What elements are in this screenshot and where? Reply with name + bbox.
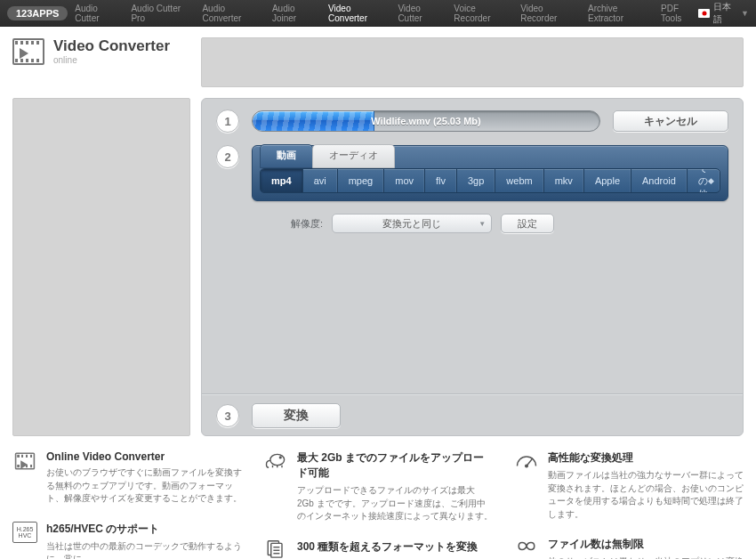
ad-sidebar	[12, 98, 190, 436]
feature-300formats: 300 種類を超えるフォーマットを変換 本アプリは 300 種類を超える動画フォ…	[263, 539, 493, 560]
chevron-down-icon: ▼	[479, 220, 486, 228]
format-box: 動画 オーディオ mp4avimpegmovflv3gpwebmmkvApple…	[252, 145, 728, 201]
feature-unlimited: ファイル数は無制限 他のサービスとは異なり、当社のアプリには変換できるフ	[514, 537, 744, 559]
film-icon	[15, 452, 35, 469]
nav-link-pdf-tools[interactable]: PDF Tools	[661, 4, 698, 23]
feature-hvec: H.265 HVC h265/HVEC のサポート 当社は世の中の最新のコーデッ…	[12, 522, 242, 560]
format-3gp[interactable]: 3gp	[457, 169, 495, 192]
feature-title: Online Video Converter	[46, 450, 242, 463]
feature-2gb: 最大 2Gb までのファイルをアップロード可能 アップロードできるファイルのサイ…	[263, 450, 493, 523]
format-webm[interactable]: webm	[495, 169, 543, 192]
feature-desc: 動画ファイルは当社の強力なサーバー群によって変換されます。ほとんどの場合、お使い…	[548, 469, 744, 521]
format-apple[interactable]: Apple	[584, 169, 631, 192]
nav-link-video-converter[interactable]: Video Converter	[328, 4, 387, 23]
app-title-block: Video Converter online	[12, 37, 190, 65]
format-mp4[interactable]: mp4	[261, 169, 303, 192]
feature-performance: 高性能な変換処理 動画ファイルは当社の強力なサーバー群によって変換されます。ほと…	[514, 450, 744, 521]
chevron-down-icon: ▼	[741, 9, 749, 18]
nav-link-audio-converter[interactable]: Audio Converter	[202, 4, 261, 23]
convert-button[interactable]: 変換	[252, 403, 341, 428]
feature-desc: お使いのブラウザですぐに動画ファイルを変換する無料のウェブアプリです。動画のフォ…	[46, 466, 242, 506]
language-label: 日本語	[713, 1, 737, 26]
hvec-icon: H.265 HVC	[12, 522, 37, 543]
nav-link-video-recorder[interactable]: Video Recorder	[520, 4, 577, 23]
page-subtitle: online	[53, 55, 170, 65]
format-flv[interactable]: flv	[425, 169, 457, 192]
ad-banner-top	[201, 37, 744, 87]
logo[interactable]: 123APPS	[7, 6, 68, 20]
step-3-badge: 3	[216, 404, 239, 427]
converter-panel: 1 Wildlife.wmv (25.03 Mb) キャンセル 2 動画 オーデ…	[201, 98, 744, 436]
nav-link-audio-cutter-pro[interactable]: Audio Cutter Pro	[131, 4, 191, 23]
dropdown-icon: ◆	[708, 176, 714, 185]
resolution-label: 解像度:	[291, 217, 323, 231]
video-converter-icon	[12, 38, 44, 65]
format-mkv[interactable]: mkv	[544, 169, 584, 192]
nav-link-video-cutter[interactable]: Video Cutter	[398, 4, 443, 23]
step-2-badge: 2	[216, 145, 239, 168]
nav-link-voice-recorder[interactable]: Voice Recorder	[454, 4, 510, 23]
files-icon	[263, 539, 288, 560]
feature-title: 最大 2Gb までのファイルをアップロード可能	[297, 450, 493, 481]
format-mov[interactable]: mov	[384, 169, 425, 192]
gauge-icon	[514, 450, 539, 472]
step-1-badge: 1	[216, 109, 239, 133]
features-section: Online Video Converter お使いのブラウザですぐに動画ファイ…	[0, 436, 756, 559]
format-list: mp4avimpegmovflv3gpwebmmkvAppleAndroidその…	[260, 168, 720, 193]
format-その他[interactable]: その他◆	[688, 169, 720, 192]
nav-link-archive-extractor[interactable]: Archive Extractor	[588, 4, 650, 23]
feature-online-converter: Online Video Converter お使いのブラウザですぐに動画ファイ…	[12, 450, 242, 506]
tab-audio[interactable]: オーディオ	[312, 144, 395, 168]
cancel-button[interactable]: キャンセル	[613, 110, 728, 132]
nav-links: Audio CutterAudio Cutter ProAudio Conver…	[75, 4, 698, 23]
language-selector[interactable]: 日本語 ▼	[698, 1, 749, 26]
feature-title: 高性能な変換処理	[548, 450, 744, 466]
feature-desc: 他のサービスとは異なり、当社のアプリには変換できるフ	[548, 555, 744, 559]
nav-link-audio-joiner[interactable]: Audio Joiner	[272, 4, 318, 23]
page-title: Video Converter	[53, 37, 170, 55]
resolution-select[interactable]: 変換元と同じ ▼	[332, 214, 492, 233]
feature-title: h265/HVEC のサポート	[46, 522, 242, 537]
nav-link-audio-cutter[interactable]: Audio Cutter	[75, 4, 120, 23]
flag-jp-icon	[698, 9, 710, 18]
infinity-icon	[514, 537, 539, 558]
feature-title: 300 種類を超えるフォーマットを変換	[297, 539, 493, 555]
feature-title: ファイル数は無制限	[548, 537, 744, 552]
tab-video[interactable]: 動画	[260, 144, 313, 168]
format-android[interactable]: Android	[631, 169, 688, 192]
elephant-icon	[263, 450, 288, 472]
svg-point-1	[279, 457, 281, 458]
top-navigation: 123APPS Audio CutterAudio Cutter ProAudi…	[0, 0, 756, 27]
svg-point-0	[270, 454, 285, 465]
feature-desc: アップロードできるファイルのサイズは最大 2Gb までです。アップロード速度は、…	[297, 484, 493, 523]
format-mpeg[interactable]: mpeg	[338, 169, 385, 192]
upload-progress: Wildlife.wmv (25.03 Mb)	[252, 110, 600, 132]
format-avi[interactable]: avi	[303, 169, 338, 192]
resolution-value: 変換元と同じ	[382, 217, 441, 231]
svg-point-8	[526, 465, 528, 467]
feature-desc: 当社は世の中の最新のコーデックで動作するように、常に	[46, 540, 242, 560]
panel-divider	[202, 393, 743, 394]
upload-filename: Wildlife.wmv (25.03 Mb)	[253, 111, 599, 131]
settings-button[interactable]: 設定	[501, 214, 554, 233]
